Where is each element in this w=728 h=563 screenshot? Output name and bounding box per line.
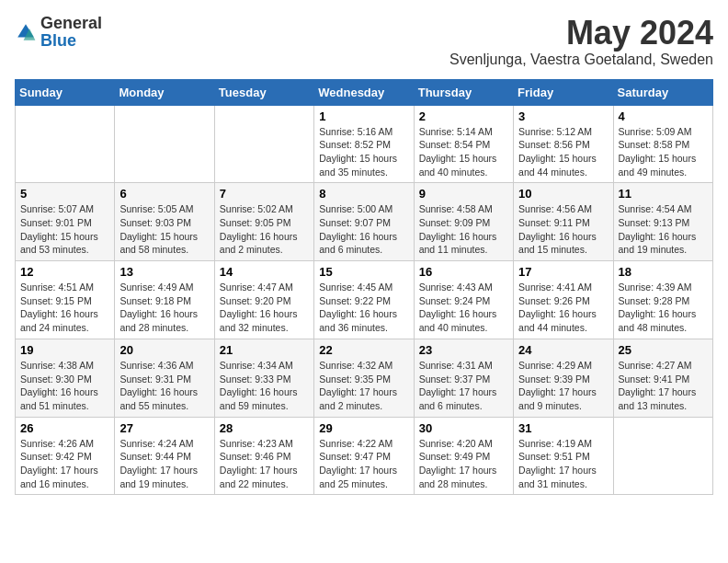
week-row-4: 26Sunrise: 4:26 AMSunset: 9:42 PMDayligh… [16,417,713,495]
header-day-monday: Monday [115,79,214,105]
calendar-cell [115,105,214,183]
day-info: Sunrise: 5:02 AMSunset: 9:05 PMDaylight:… [220,202,309,257]
header-day-thursday: Thursday [414,79,513,105]
calendar-cell: 12Sunrise: 4:51 AMSunset: 9:15 PMDayligh… [16,261,115,339]
day-number: 26 [20,421,109,435]
week-row-3: 19Sunrise: 4:38 AMSunset: 9:30 PMDayligh… [16,339,713,417]
day-info: Sunrise: 5:16 AMSunset: 8:52 PMDaylight:… [319,125,408,179]
calendar-cell: 10Sunrise: 4:56 AMSunset: 9:11 PMDayligh… [514,183,613,261]
calendar-cell: 23Sunrise: 4:31 AMSunset: 9:37 PMDayligh… [414,339,513,417]
day-info: Sunrise: 5:07 AMSunset: 9:01 PMDaylight:… [20,202,109,257]
header-day-tuesday: Tuesday [214,79,313,105]
day-info: Sunrise: 4:26 AMSunset: 9:42 PMDaylight:… [20,437,109,491]
calendar-cell: 11Sunrise: 4:54 AMSunset: 9:13 PMDayligh… [613,183,712,261]
day-info: Sunrise: 4:51 AMSunset: 9:15 PMDaylight:… [20,281,109,335]
calendar-cell: 16Sunrise: 4:43 AMSunset: 9:24 PMDayligh… [414,261,513,339]
header-row: SundayMondayTuesdayWednesdayThursdayFrid… [16,79,713,105]
day-info: Sunrise: 4:24 AMSunset: 9:44 PMDaylight:… [119,437,209,491]
day-number: 19 [20,343,109,357]
calendar-cell: 19Sunrise: 4:38 AMSunset: 9:30 PMDayligh… [16,339,115,417]
calendar-cell: 17Sunrise: 4:41 AMSunset: 9:26 PMDayligh… [514,261,613,339]
day-number: 10 [518,187,608,201]
logo: General Blue [15,15,102,50]
day-info: Sunrise: 4:36 AMSunset: 9:31 PMDaylight:… [119,359,209,413]
header-day-saturday: Saturday [613,79,712,105]
day-info: Sunrise: 4:47 AMSunset: 9:20 PMDaylight:… [220,281,309,335]
day-number: 3 [518,109,608,123]
week-row-0: 1Sunrise: 5:16 AMSunset: 8:52 PMDaylight… [16,105,713,183]
calendar-cell: 14Sunrise: 4:47 AMSunset: 9:20 PMDayligh… [214,261,313,339]
day-info: Sunrise: 4:22 AMSunset: 9:47 PMDaylight:… [319,437,408,491]
day-info: Sunrise: 4:27 AMSunset: 9:41 PMDaylight:… [619,359,708,413]
day-info: Sunrise: 4:41 AMSunset: 9:26 PMDaylight:… [518,281,608,335]
day-number: 25 [619,343,708,357]
calendar-cell: 4Sunrise: 5:09 AMSunset: 8:58 PMDaylight… [613,105,712,183]
day-info: Sunrise: 4:19 AMSunset: 9:51 PMDaylight:… [518,437,608,491]
logo-general: General [40,14,102,32]
day-info: Sunrise: 4:58 AMSunset: 9:09 PMDaylight:… [419,202,508,257]
day-info: Sunrise: 4:29 AMSunset: 9:39 PMDaylight:… [518,359,608,413]
calendar-cell: 24Sunrise: 4:29 AMSunset: 9:39 PMDayligh… [514,339,613,417]
calendar-cell: 28Sunrise: 4:23 AMSunset: 9:46 PMDayligh… [214,417,313,495]
calendar-cell: 29Sunrise: 4:22 AMSunset: 9:47 PMDayligh… [314,417,414,495]
day-number: 16 [419,265,508,279]
day-number: 30 [419,421,508,435]
day-number: 12 [20,265,109,279]
calendar-cell: 27Sunrise: 4:24 AMSunset: 9:44 PMDayligh… [115,417,214,495]
day-number: 15 [319,265,408,279]
day-info: Sunrise: 4:23 AMSunset: 9:46 PMDaylight:… [220,437,309,491]
calendar-cell: 2Sunrise: 5:14 AMSunset: 8:54 PMDaylight… [414,105,513,183]
day-number: 21 [220,343,309,357]
calendar-cell: 8Sunrise: 5:00 AMSunset: 9:07 PMDaylight… [314,183,414,261]
calendar-cell: 5Sunrise: 5:07 AMSunset: 9:01 PMDaylight… [16,183,115,261]
calendar-cell: 3Sunrise: 5:12 AMSunset: 8:56 PMDaylight… [514,105,613,183]
calendar-cell [214,105,313,183]
calendar-cell: 18Sunrise: 4:39 AMSunset: 9:28 PMDayligh… [613,261,712,339]
week-row-2: 12Sunrise: 4:51 AMSunset: 9:15 PMDayligh… [16,261,713,339]
day-number: 5 [20,187,109,201]
calendar-cell: 30Sunrise: 4:20 AMSunset: 9:49 PMDayligh… [414,417,513,495]
day-info: Sunrise: 5:09 AMSunset: 8:58 PMDaylight:… [619,125,708,179]
day-info: Sunrise: 4:31 AMSunset: 9:37 PMDaylight:… [419,359,508,413]
day-info: Sunrise: 4:56 AMSunset: 9:11 PMDaylight:… [518,202,608,257]
day-info: Sunrise: 5:12 AMSunset: 8:56 PMDaylight:… [518,125,608,179]
day-number: 6 [119,187,209,201]
day-number: 14 [220,265,309,279]
day-info: Sunrise: 4:49 AMSunset: 9:18 PMDaylight:… [119,281,209,335]
header-day-sunday: Sunday [16,79,115,105]
month-title: May 2024 [449,15,713,52]
header-day-friday: Friday [514,79,613,105]
day-number: 2 [419,109,508,123]
calendar-cell: 22Sunrise: 4:32 AMSunset: 9:35 PMDayligh… [314,339,414,417]
day-number: 28 [220,421,309,435]
logo-icon [15,21,37,43]
header-day-wednesday: Wednesday [314,79,414,105]
calendar-cell: 20Sunrise: 4:36 AMSunset: 9:31 PMDayligh… [115,339,214,417]
calendar-cell: 9Sunrise: 4:58 AMSunset: 9:09 PMDaylight… [414,183,513,261]
location-title: Svenljunga, Vaestra Goetaland, Sweden [449,52,713,68]
day-info: Sunrise: 5:14 AMSunset: 8:54 PMDaylight:… [419,125,508,179]
calendar-cell [16,105,115,183]
day-info: Sunrise: 4:39 AMSunset: 9:28 PMDaylight:… [619,281,708,335]
day-number: 13 [119,265,209,279]
day-info: Sunrise: 4:20 AMSunset: 9:49 PMDaylight:… [419,437,508,491]
day-number: 17 [518,265,608,279]
calendar-cell: 26Sunrise: 4:26 AMSunset: 9:42 PMDayligh… [16,417,115,495]
day-info: Sunrise: 4:54 AMSunset: 9:13 PMDaylight:… [619,202,708,257]
day-info: Sunrise: 4:32 AMSunset: 9:35 PMDaylight:… [319,359,408,413]
day-number: 31 [518,421,608,435]
day-number: 22 [319,343,408,357]
title-area: May 2024 Svenljunga, Vaestra Goetaland, … [449,15,713,68]
logo-text: General Blue [40,15,102,50]
calendar-cell: 15Sunrise: 4:45 AMSunset: 9:22 PMDayligh… [314,261,414,339]
calendar-table: SundayMondayTuesdayWednesdayThursdayFrid… [15,79,713,496]
day-info: Sunrise: 5:05 AMSunset: 9:03 PMDaylight:… [119,202,209,257]
day-number: 11 [619,187,708,201]
calendar-cell [613,417,712,495]
day-number: 23 [419,343,508,357]
day-number: 29 [319,421,408,435]
calendar-cell: 7Sunrise: 5:02 AMSunset: 9:05 PMDaylight… [214,183,313,261]
day-info: Sunrise: 5:00 AMSunset: 9:07 PMDaylight:… [319,202,408,257]
day-info: Sunrise: 4:43 AMSunset: 9:24 PMDaylight:… [419,281,508,335]
calendar-cell: 13Sunrise: 4:49 AMSunset: 9:18 PMDayligh… [115,261,214,339]
